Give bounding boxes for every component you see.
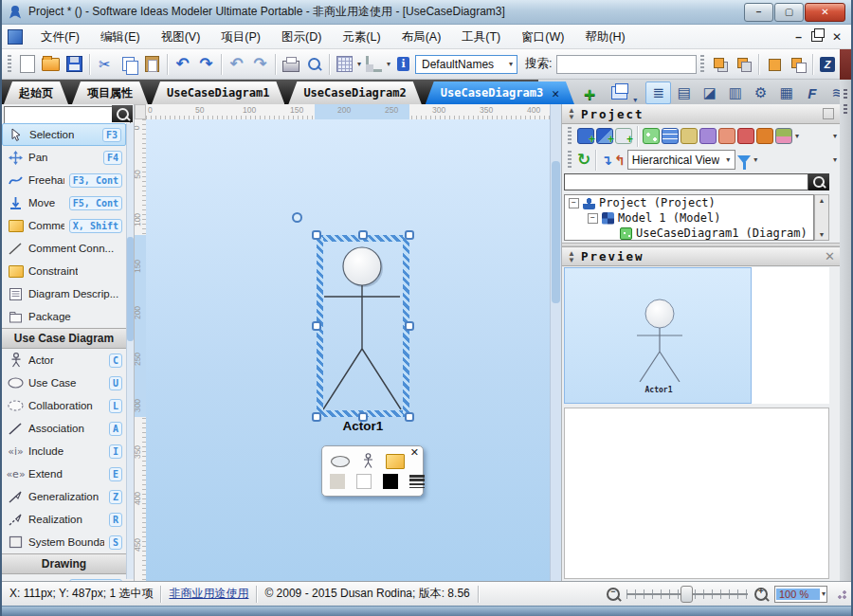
paste-button[interactable]: [140, 52, 164, 76]
zoom-slider-thumb[interactable]: [681, 586, 693, 603]
sidebar-scrollbar[interactable]: [126, 123, 134, 579]
tool-search-button[interactable]: [112, 105, 133, 122]
zoom-in-button[interactable]: +: [754, 588, 768, 601]
toggle-columns-panel-button[interactable]: ▥: [722, 82, 748, 104]
new-tab-button[interactable]: +: [584, 85, 595, 104]
tab-start-page[interactable]: 起始页: [4, 82, 68, 104]
undo-button[interactable]: ↶: [171, 52, 194, 76]
toolbar-search-input[interactable]: [556, 55, 697, 74]
grid-button[interactable]: [333, 52, 356, 76]
diagram-canvas[interactable]: Actor1 ✕: [146, 119, 550, 581]
tool-comment[interactable]: Comment X, Shift: [2, 214, 126, 237]
tool-generalization[interactable]: Generalization Z: [2, 485, 126, 508]
toggle-style-panel-button[interactable]: ◪: [697, 82, 722, 104]
sidebar-scrollbar-thumb[interactable]: [127, 237, 134, 341]
menu-element[interactable]: 元素(L): [332, 27, 390, 47]
window-switch-dropdown[interactable]: ▾: [633, 96, 637, 104]
use-case-shape-button[interactable]: [330, 455, 351, 468]
tree-scrollbar[interactable]: ▲ ▼: [814, 194, 829, 241]
add-state-diagram-button[interactable]: [737, 128, 754, 144]
close-minibar-icon[interactable]: ✕: [410, 446, 419, 459]
snap-dropdown[interactable]: ▾: [387, 60, 390, 68]
tool-selection[interactable]: Selection F3: [2, 123, 126, 146]
add-deployment-diagram-button[interactable]: [699, 128, 717, 144]
canvas-scrollbar-thumb[interactable]: [552, 161, 560, 303]
add-sequence-diagram-button[interactable]: [756, 128, 773, 144]
view-mode-combo[interactable]: Hierarchical View ▾: [627, 150, 736, 170]
toolbar-grip[interactable]: [568, 127, 572, 146]
tool-realization[interactable]: Realization R: [2, 508, 126, 531]
tool-freehand[interactable]: Freehand F3, Cont: [2, 169, 126, 191]
section-header-use-case-diagram[interactable]: Use Case Diagram: [2, 328, 126, 349]
window-switch-button[interactable]: [607, 82, 632, 104]
tool-pan[interactable]: Pan F4: [2, 146, 126, 169]
names-combo[interactable]: DefaultNames ▾: [415, 55, 517, 74]
panel-collapse-icon[interactable]: ▲▼: [568, 107, 575, 120]
copy-button[interactable]: [117, 52, 140, 76]
strip-grip[interactable]: [844, 104, 847, 114]
mdi-minimize-button[interactable]: –: [795, 30, 802, 44]
project-panel-header[interactable]: ▲▼ Project: [562, 104, 840, 124]
color-swatch-gray[interactable]: [330, 474, 345, 489]
resize-handle-e[interactable]: [405, 321, 414, 331]
color-swatch-white[interactable]: [356, 474, 372, 489]
toolbar-overflow-block[interactable]: [840, 49, 851, 80]
filter-funnel-icon[interactable]: [737, 155, 751, 164]
add-element-button[interactable]: +: [615, 128, 632, 144]
snap-button[interactable]: [362, 52, 386, 76]
preview-panel-header[interactable]: ▲▼ Preview ✕: [562, 247, 841, 266]
cut-button[interactable]: ✂: [93, 52, 117, 76]
tool-constraint[interactable]: Constraint: [2, 260, 126, 282]
menu-view[interactable]: 视图(V): [151, 27, 211, 47]
tool-extend[interactable]: «e» Extend E: [2, 462, 126, 485]
print-button[interactable]: [279, 52, 302, 76]
tool-comment-connector[interactable]: Comment Conn...: [2, 237, 126, 260]
send-backward-button[interactable]: [786, 52, 809, 76]
add-component-diagram-button[interactable]: [681, 128, 698, 144]
diagram-type-dropdown[interactable]: ▾: [795, 132, 799, 140]
menu-project[interactable]: 项目(P): [210, 27, 271, 47]
menu-help[interactable]: 帮助(H): [574, 27, 635, 47]
mdi-child-icon[interactable]: [8, 29, 23, 45]
add-use-case-diagram-button[interactable]: [643, 128, 660, 144]
toggle-fields-panel-button[interactable]: F: [799, 82, 825, 104]
rotation-handle[interactable]: [292, 212, 302, 223]
redo-button[interactable]: ↷: [194, 52, 218, 76]
license-link[interactable]: 非商业用途使用: [161, 586, 257, 603]
tool-move[interactable]: Move F5, Cont: [2, 191, 126, 214]
project-search-input[interactable]: [564, 173, 808, 190]
row2-overflow-dropdown[interactable]: ▾: [833, 155, 837, 164]
refresh-icon[interactable]: ↻: [577, 152, 590, 168]
collapse-all-icon[interactable]: ↰: [614, 153, 626, 168]
actor-figure[interactable]: [146, 119, 550, 581]
tree-item-project[interactable]: − Project (Project): [565, 195, 813, 210]
toolbar-grip[interactable]: [8, 55, 11, 74]
tree-item-diagram[interactable]: UseCaseDiagram1 (Diagram): [565, 226, 813, 241]
menu-window[interactable]: 窗口(W): [511, 27, 574, 47]
scroll-down-icon[interactable]: ▼: [819, 229, 826, 240]
tool-diagram-description[interactable]: Diagram Descrip...: [2, 282, 126, 305]
toggle-settings-panel-button[interactable]: ⚙: [748, 82, 773, 104]
resize-handle-nw[interactable]: [312, 230, 321, 240]
zoom-level-combo[interactable]: 100 % ▾: [774, 586, 827, 603]
tree-item-model[interactable]: − Model 1 (Model): [565, 210, 813, 226]
resize-handle-ne[interactable]: [405, 230, 414, 240]
tool-actor[interactable]: Actor C: [2, 349, 126, 371]
toggle-print-panel-button[interactable]: ▦: [773, 82, 799, 104]
menu-diagram[interactable]: 图示(D): [271, 27, 332, 47]
bring-forward-button[interactable]: [762, 52, 786, 76]
strip-grip[interactable]: [844, 89, 847, 99]
tool-association[interactable]: Association A: [2, 417, 126, 440]
tool-include[interactable]: «i» Include I: [2, 440, 126, 462]
z-order-button[interactable]: Z: [816, 52, 840, 76]
close-preview-icon[interactable]: ✕: [825, 249, 835, 263]
add-class-diagram-button[interactable]: [662, 128, 679, 144]
panel-maximize-icon[interactable]: [823, 108, 834, 119]
send-to-back-button[interactable]: [732, 52, 755, 76]
toolbar-grip[interactable]: [700, 55, 704, 74]
tab-usecasediagram2[interactable]: UseCaseDiagram2: [288, 82, 421, 104]
bring-to-front-button[interactable]: [708, 52, 732, 76]
resize-handle-n[interactable]: [358, 230, 368, 240]
toggle-project-panel-button[interactable]: ≣: [645, 82, 671, 104]
comment-shape-button[interactable]: [386, 454, 405, 469]
